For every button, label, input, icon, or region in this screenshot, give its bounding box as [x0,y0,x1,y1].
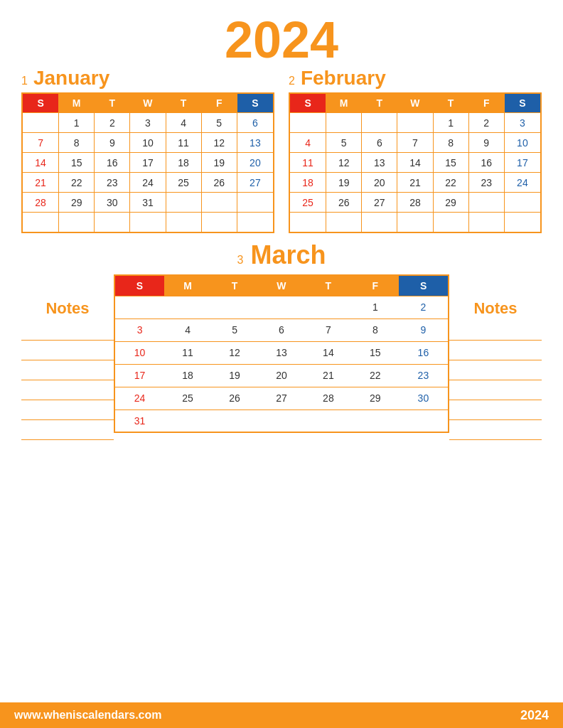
cal-day: 4 [166,113,201,133]
cal-day: 18 [289,173,326,193]
cal-day: 23 [468,173,504,193]
cal-day: 22 [59,173,95,193]
cal-day: 5 [326,133,362,153]
cal-day: 14 [22,153,59,173]
cal-day: 15 [59,153,95,173]
cal-day: 16 [468,153,504,173]
cal-day: 26 [326,193,362,213]
cal-day: 25 [164,387,211,410]
cal-day: 9 [95,133,130,153]
feb-sun-header: S [289,93,326,113]
cal-day: 8 [433,133,468,153]
cal-day [326,213,362,232]
cal-day [399,410,449,432]
jan-tue-header: T [95,93,130,113]
cal-day [237,193,274,213]
year-header: 2024 [21,14,542,65]
march-number: 3 [237,254,244,267]
cal-day: 29 [352,387,399,410]
note-line-r6 [449,420,542,440]
cal-day: 19 [201,153,237,173]
jan-mon-header: M [59,93,95,113]
cal-day [397,213,433,232]
cal-day [166,193,201,213]
cal-day [22,213,59,232]
cal-day: 21 [22,173,59,193]
cal-day [166,213,201,232]
march-body: Notes S M T W T [21,274,542,440]
notes-left: Notes [21,274,114,440]
feb-tue-header: T [362,93,397,113]
cal-day [468,213,504,232]
cal-day: 15 [352,341,399,364]
cal-day: 26 [201,173,237,193]
cal-day: 25 [166,173,201,193]
cal-day: 6 [362,133,397,153]
january-name: January [33,67,109,90]
cal-day: 8 [59,133,95,153]
cal-day: 2 [399,296,449,318]
cal-day: 18 [166,153,201,173]
january-block: 1 January S M T W T F S 1234567891011121… [21,67,274,233]
cal-day [164,410,211,432]
cal-day: 24 [130,173,166,193]
cal-day: 17 [114,364,164,387]
cal-day: 27 [237,173,274,193]
cal-day [201,193,237,213]
cal-day: 14 [397,153,433,173]
footer: www.wheniscalendars.com 2024 [0,702,563,728]
cal-day: 17 [504,153,541,173]
note-line-5 [21,400,114,420]
cal-day [504,213,541,232]
cal-day: 28 [397,193,433,213]
cal-day [305,410,352,432]
cal-day: 29 [59,193,95,213]
cal-day [201,213,237,232]
march-name: March [250,240,326,270]
calendar-page: 2024 1 January S M T W T F S [0,0,563,728]
cal-day [504,193,541,213]
cal-day: 16 [95,153,130,173]
notes-right-label: Notes [449,299,542,318]
jan-wed-header: W [130,93,166,113]
cal-day: 20 [258,364,305,387]
note-line-1 [21,321,114,341]
cal-day: 7 [22,133,59,153]
cal-day: 5 [201,113,237,133]
cal-day: 10 [130,133,166,153]
note-line-r5 [449,400,542,420]
february-number: 2 [289,75,295,87]
cal-day [362,113,397,133]
cal-day [22,113,59,133]
cal-day: 1 [352,296,399,318]
cal-day: 12 [201,133,237,153]
note-line-r2 [449,341,542,360]
cal-day: 3 [130,113,166,133]
cal-day [362,213,397,232]
cal-day: 2 [95,113,130,133]
cal-day: 31 [130,193,166,213]
cal-day: 13 [258,341,305,364]
cal-day: 2 [468,113,504,133]
cal-day: 10 [114,341,164,364]
mar-tue-header: T [211,275,258,296]
cal-day: 6 [237,113,274,133]
march-section: 3 March Notes S M [21,240,542,703]
cal-day: 3 [114,318,164,341]
cal-day: 26 [211,387,258,410]
cal-day [289,213,326,232]
cal-day: 24 [504,173,541,193]
jan-sun-header: S [22,93,59,113]
cal-day [433,213,468,232]
cal-day: 11 [166,133,201,153]
cal-day [258,410,305,432]
february-block: 2 February S M T W T F S 123456789101112… [289,67,542,233]
cal-day: 23 [399,364,449,387]
cal-day [468,193,504,213]
cal-day: 10 [504,133,541,153]
cal-day [211,410,258,432]
note-line-4 [21,380,114,400]
footer-url: www.wheniscalendars.com [14,709,161,722]
cal-day: 13 [362,153,397,173]
note-line-6 [21,420,114,440]
